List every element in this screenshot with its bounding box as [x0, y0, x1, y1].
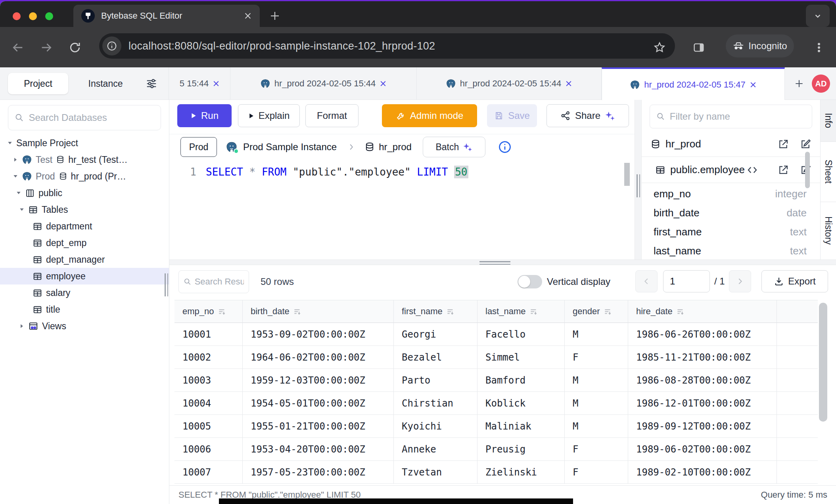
filter-input[interactable]	[670, 111, 805, 122]
tree-item-table-title[interactable]: title	[0, 301, 169, 318]
next-page-button[interactable]	[729, 270, 751, 292]
column-row[interactable]: first_nametext	[642, 222, 820, 241]
admin-mode-button[interactable]: Admin mode	[382, 104, 477, 127]
code-icon[interactable]	[746, 164, 758, 176]
caret-right-icon	[13, 157, 18, 162]
tree-item-table-dept-manager[interactable]: dept_manager	[0, 251, 169, 268]
rail-tab-info[interactable]: Info	[821, 100, 836, 142]
edit-icon[interactable]	[800, 138, 811, 150]
table-row: 100031959-12-03T00:00:00ZPartoBamfordM19…	[174, 369, 818, 392]
sidebar-resize-handle[interactable]	[165, 273, 169, 296]
close-icon[interactable]	[213, 80, 220, 87]
user-avatar[interactable]: AD	[812, 74, 830, 93]
new-tab-button[interactable]	[265, 6, 285, 26]
browser-tab[interactable]: Bytebase SQL Editor	[73, 5, 260, 27]
column-header[interactable]: last_name	[477, 300, 565, 323]
tree-settings-icon[interactable]	[146, 78, 157, 90]
results-search[interactable]	[178, 270, 249, 293]
postgres-icon	[446, 78, 456, 89]
export-button[interactable]: Export	[761, 270, 828, 292]
instance-name[interactable]: Prod Sample Instance	[243, 141, 337, 153]
close-window-button[interactable]	[13, 12, 21, 20]
external-link-icon[interactable]	[777, 164, 789, 176]
close-icon[interactable]	[380, 80, 387, 87]
panel-table-name: public.employee	[670, 164, 745, 176]
filter-box[interactable]	[650, 105, 812, 128]
external-link-icon[interactable]	[777, 138, 789, 150]
column-header[interactable]: emp_no	[174, 300, 243, 323]
forward-icon[interactable]	[40, 41, 53, 54]
tab-search-chevron-button[interactable]	[806, 5, 830, 27]
panel-splitter-vertical[interactable]	[635, 100, 642, 260]
table-row: 100041954-05-01T00:00:00ZChirstianKoblic…	[174, 392, 818, 415]
tree-item-table-dept-emp[interactable]: dept_emp	[0, 235, 169, 251]
result-grid: emp_no birth_date first_name last_name g…	[174, 300, 818, 484]
rail-tab-history[interactable]: History	[821, 202, 836, 259]
explain-button[interactable]: Explain	[238, 104, 300, 127]
tree-item-schema-public[interactable]: public	[0, 185, 169, 201]
worksheet-tab-2[interactable]: hr_prod 2024-02-05 15:44	[230, 67, 417, 100]
sql-editor[interactable]: 1SELECT * FROM "public"."employee" LIMIT…	[169, 160, 635, 260]
new-worksheet-button[interactable]	[790, 67, 808, 100]
editor-scrollbar[interactable]	[624, 163, 630, 186]
database-search[interactable]	[8, 105, 161, 130]
tree-item-table-salary[interactable]: salary	[0, 284, 169, 301]
save-button[interactable]: Save	[487, 104, 537, 127]
table-row: 100021964-06-02T00:00:00ZBezalelSimmelF1…	[174, 346, 818, 369]
close-tab-icon[interactable]	[244, 12, 252, 20]
worksheet-tab-3[interactable]: hr_prod 2024-02-05 15:44	[417, 67, 602, 100]
column-list-scrollbar[interactable]	[805, 152, 810, 188]
incognito-badge[interactable]: Incognito	[726, 34, 794, 57]
results-search-input[interactable]	[195, 277, 244, 287]
tree-item-hr-prod[interactable]: Prod hr_prod (Pr…	[0, 168, 169, 185]
column-header[interactable]: gender	[565, 300, 628, 323]
minimize-window-button[interactable]	[29, 12, 37, 20]
tab-project[interactable]: Project	[8, 73, 68, 94]
worksheet-tab-4-active[interactable]: hr_prod 2024-02-05 15:47	[602, 67, 785, 100]
page-number-input[interactable]	[663, 270, 710, 292]
tree-item-project[interactable]: Sample Project	[0, 135, 169, 151]
column-row[interactable]: birth_datedate	[642, 203, 820, 222]
splitter-grip[interactable]	[637, 174, 640, 197]
database-search-input[interactable]	[29, 112, 154, 123]
bookmark-star-icon[interactable]	[653, 41, 666, 54]
share-button[interactable]: Share	[546, 104, 629, 127]
database-name[interactable]: hr_prod	[379, 141, 412, 153]
schema-panel: hr_prod public.employee emp_nointeger	[642, 100, 820, 260]
batch-button[interactable]: Batch	[423, 137, 485, 157]
run-button[interactable]: Run	[177, 104, 232, 127]
splitter-grip[interactable]	[479, 261, 510, 265]
vertical-display-toggle[interactable]	[518, 275, 542, 288]
close-icon[interactable]	[750, 81, 757, 88]
panel-splitter-horizontal[interactable]	[169, 260, 836, 265]
column-header[interactable]: hire_date	[628, 300, 777, 323]
format-button[interactable]: Format	[305, 104, 359, 127]
close-icon[interactable]	[565, 80, 572, 87]
side-panel-icon[interactable]	[692, 41, 706, 54]
tree-item-hr-test[interactable]: Test hr_test (Test…	[0, 151, 169, 168]
tree-item-table-department[interactable]: department	[0, 218, 169, 235]
column-header[interactable]: birth_date	[243, 300, 394, 323]
site-info-icon[interactable]	[102, 36, 121, 55]
column-row[interactable]: last_nametext	[642, 241, 820, 260]
browser-menu-icon[interactable]	[812, 41, 826, 54]
column-row[interactable]: emp_nointeger	[642, 184, 820, 203]
tab-instance[interactable]: Instance	[78, 73, 133, 94]
tree-item-views-group[interactable]: Views	[0, 318, 169, 334]
cell: 1989-06-02T00:00:00Z	[628, 438, 777, 461]
worksheet-tab-1[interactable]: 5 15:44	[169, 67, 230, 100]
back-icon[interactable]	[11, 41, 25, 54]
grid-scrollbar[interactable]	[819, 303, 827, 422]
prev-page-button[interactable]	[635, 270, 658, 292]
zoom-window-button[interactable]	[45, 12, 53, 20]
table-row: 100061953-04-20T00:00:00ZAnnekePreusigF1…	[174, 438, 818, 461]
rail-tab-sheet[interactable]: Sheet	[821, 142, 836, 202]
column-header[interactable]: first_name	[394, 300, 477, 323]
cell: 1953-04-20T00:00:00Z	[243, 438, 394, 461]
address-bar[interactable]: localhost:8080/sql-editor/prod-sample-in…	[99, 33, 675, 59]
info-icon[interactable]	[498, 140, 512, 154]
reload-icon[interactable]	[68, 41, 82, 54]
tree-item-table-employee-selected[interactable]: employee	[0, 268, 169, 284]
cell: 10005	[174, 415, 243, 438]
tree-item-tables-group[interactable]: Tables	[0, 201, 169, 218]
